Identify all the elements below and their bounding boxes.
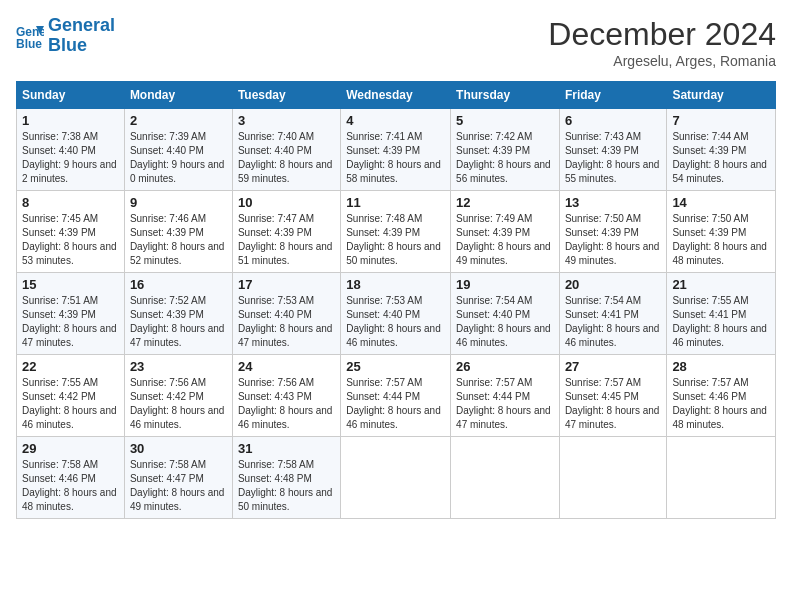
day-number: 1	[22, 113, 119, 128]
calendar-cell: 11 Sunrise: 7:48 AMSunset: 4:39 PMDaylig…	[341, 191, 451, 273]
calendar-cell: 30 Sunrise: 7:58 AMSunset: 4:47 PMDaylig…	[124, 437, 232, 519]
calendar-cell: 24 Sunrise: 7:56 AMSunset: 4:43 PMDaylig…	[232, 355, 340, 437]
day-number: 12	[456, 195, 554, 210]
logo: General Blue General Blue	[16, 16, 115, 56]
col-monday: Monday	[124, 82, 232, 109]
day-number: 13	[565, 195, 661, 210]
title-block: December 2024 Argeselu, Arges, Romania	[548, 16, 776, 69]
svg-text:Blue: Blue	[16, 37, 42, 50]
col-wednesday: Wednesday	[341, 82, 451, 109]
calendar-cell: 4 Sunrise: 7:41 AMSunset: 4:39 PMDayligh…	[341, 109, 451, 191]
cell-info: Sunrise: 7:53 AMSunset: 4:40 PMDaylight:…	[238, 294, 335, 350]
page-header: General Blue General Blue December 2024 …	[16, 16, 776, 69]
calendar-cell: 17 Sunrise: 7:53 AMSunset: 4:40 PMDaylig…	[232, 273, 340, 355]
cell-info: Sunrise: 7:58 AMSunset: 4:47 PMDaylight:…	[130, 458, 227, 514]
day-number: 7	[672, 113, 770, 128]
calendar-cell: 3 Sunrise: 7:40 AMSunset: 4:40 PMDayligh…	[232, 109, 340, 191]
logo-line2: Blue	[48, 35, 87, 55]
calendar-cell: 16 Sunrise: 7:52 AMSunset: 4:39 PMDaylig…	[124, 273, 232, 355]
calendar-cell: 6 Sunrise: 7:43 AMSunset: 4:39 PMDayligh…	[559, 109, 666, 191]
cell-info: Sunrise: 7:43 AMSunset: 4:39 PMDaylight:…	[565, 130, 661, 186]
cell-info: Sunrise: 7:57 AMSunset: 4:46 PMDaylight:…	[672, 376, 770, 432]
day-number: 14	[672, 195, 770, 210]
calendar-cell	[559, 437, 666, 519]
week-row-3: 15 Sunrise: 7:51 AMSunset: 4:39 PMDaylig…	[17, 273, 776, 355]
day-number: 22	[22, 359, 119, 374]
col-sunday: Sunday	[17, 82, 125, 109]
day-number: 16	[130, 277, 227, 292]
calendar-cell: 9 Sunrise: 7:46 AMSunset: 4:39 PMDayligh…	[124, 191, 232, 273]
day-number: 5	[456, 113, 554, 128]
cell-info: Sunrise: 7:56 AMSunset: 4:42 PMDaylight:…	[130, 376, 227, 432]
calendar-cell: 2 Sunrise: 7:39 AMSunset: 4:40 PMDayligh…	[124, 109, 232, 191]
logo-line1: General	[48, 15, 115, 35]
col-saturday: Saturday	[667, 82, 776, 109]
header-row: Sunday Monday Tuesday Wednesday Thursday…	[17, 82, 776, 109]
cell-info: Sunrise: 7:58 AMSunset: 4:48 PMDaylight:…	[238, 458, 335, 514]
day-number: 30	[130, 441, 227, 456]
day-number: 25	[346, 359, 445, 374]
cell-info: Sunrise: 7:41 AMSunset: 4:39 PMDaylight:…	[346, 130, 445, 186]
calendar-cell: 28 Sunrise: 7:57 AMSunset: 4:46 PMDaylig…	[667, 355, 776, 437]
week-row-2: 8 Sunrise: 7:45 AMSunset: 4:39 PMDayligh…	[17, 191, 776, 273]
day-number: 11	[346, 195, 445, 210]
logo-icon: General Blue	[16, 22, 44, 50]
calendar-cell: 10 Sunrise: 7:47 AMSunset: 4:39 PMDaylig…	[232, 191, 340, 273]
calendar-table: Sunday Monday Tuesday Wednesday Thursday…	[16, 81, 776, 519]
cell-info: Sunrise: 7:42 AMSunset: 4:39 PMDaylight:…	[456, 130, 554, 186]
cell-info: Sunrise: 7:50 AMSunset: 4:39 PMDaylight:…	[672, 212, 770, 268]
calendar-cell: 5 Sunrise: 7:42 AMSunset: 4:39 PMDayligh…	[451, 109, 560, 191]
col-tuesday: Tuesday	[232, 82, 340, 109]
day-number: 8	[22, 195, 119, 210]
cell-info: Sunrise: 7:46 AMSunset: 4:39 PMDaylight:…	[130, 212, 227, 268]
cell-info: Sunrise: 7:53 AMSunset: 4:40 PMDaylight:…	[346, 294, 445, 350]
calendar-cell: 20 Sunrise: 7:54 AMSunset: 4:41 PMDaylig…	[559, 273, 666, 355]
day-number: 26	[456, 359, 554, 374]
day-number: 9	[130, 195, 227, 210]
calendar-cell: 13 Sunrise: 7:50 AMSunset: 4:39 PMDaylig…	[559, 191, 666, 273]
day-number: 23	[130, 359, 227, 374]
day-number: 17	[238, 277, 335, 292]
cell-info: Sunrise: 7:50 AMSunset: 4:39 PMDaylight:…	[565, 212, 661, 268]
week-row-1: 1 Sunrise: 7:38 AMSunset: 4:40 PMDayligh…	[17, 109, 776, 191]
calendar-cell: 18 Sunrise: 7:53 AMSunset: 4:40 PMDaylig…	[341, 273, 451, 355]
cell-info: Sunrise: 7:52 AMSunset: 4:39 PMDaylight:…	[130, 294, 227, 350]
calendar-cell: 8 Sunrise: 7:45 AMSunset: 4:39 PMDayligh…	[17, 191, 125, 273]
calendar-cell: 7 Sunrise: 7:44 AMSunset: 4:39 PMDayligh…	[667, 109, 776, 191]
calendar-cell: 22 Sunrise: 7:55 AMSunset: 4:42 PMDaylig…	[17, 355, 125, 437]
day-number: 2	[130, 113, 227, 128]
day-number: 28	[672, 359, 770, 374]
week-row-5: 29 Sunrise: 7:58 AMSunset: 4:46 PMDaylig…	[17, 437, 776, 519]
day-number: 15	[22, 277, 119, 292]
location-subtitle: Argeselu, Arges, Romania	[548, 53, 776, 69]
cell-info: Sunrise: 7:58 AMSunset: 4:46 PMDaylight:…	[22, 458, 119, 514]
calendar-cell: 26 Sunrise: 7:57 AMSunset: 4:44 PMDaylig…	[451, 355, 560, 437]
col-thursday: Thursday	[451, 82, 560, 109]
cell-info: Sunrise: 7:48 AMSunset: 4:39 PMDaylight:…	[346, 212, 445, 268]
calendar-cell: 1 Sunrise: 7:38 AMSunset: 4:40 PMDayligh…	[17, 109, 125, 191]
cell-info: Sunrise: 7:54 AMSunset: 4:41 PMDaylight:…	[565, 294, 661, 350]
day-number: 4	[346, 113, 445, 128]
cell-info: Sunrise: 7:57 AMSunset: 4:44 PMDaylight:…	[456, 376, 554, 432]
calendar-cell: 14 Sunrise: 7:50 AMSunset: 4:39 PMDaylig…	[667, 191, 776, 273]
cell-info: Sunrise: 7:47 AMSunset: 4:39 PMDaylight:…	[238, 212, 335, 268]
cell-info: Sunrise: 7:55 AMSunset: 4:41 PMDaylight:…	[672, 294, 770, 350]
day-number: 20	[565, 277, 661, 292]
month-title: December 2024	[548, 16, 776, 53]
day-number: 3	[238, 113, 335, 128]
cell-info: Sunrise: 7:54 AMSunset: 4:40 PMDaylight:…	[456, 294, 554, 350]
calendar-cell	[341, 437, 451, 519]
calendar-cell: 25 Sunrise: 7:57 AMSunset: 4:44 PMDaylig…	[341, 355, 451, 437]
calendar-cell: 21 Sunrise: 7:55 AMSunset: 4:41 PMDaylig…	[667, 273, 776, 355]
day-number: 31	[238, 441, 335, 456]
calendar-cell	[667, 437, 776, 519]
cell-info: Sunrise: 7:57 AMSunset: 4:45 PMDaylight:…	[565, 376, 661, 432]
calendar-cell: 19 Sunrise: 7:54 AMSunset: 4:40 PMDaylig…	[451, 273, 560, 355]
cell-info: Sunrise: 7:55 AMSunset: 4:42 PMDaylight:…	[22, 376, 119, 432]
cell-info: Sunrise: 7:39 AMSunset: 4:40 PMDaylight:…	[130, 130, 227, 186]
day-number: 29	[22, 441, 119, 456]
cell-info: Sunrise: 7:45 AMSunset: 4:39 PMDaylight:…	[22, 212, 119, 268]
day-number: 6	[565, 113, 661, 128]
day-number: 19	[456, 277, 554, 292]
cell-info: Sunrise: 7:40 AMSunset: 4:40 PMDaylight:…	[238, 130, 335, 186]
